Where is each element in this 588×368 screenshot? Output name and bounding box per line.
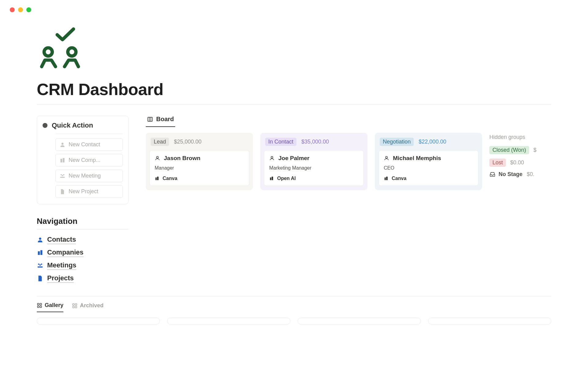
new-project-button[interactable]: New Project	[55, 185, 123, 198]
button-label: New Project	[69, 188, 98, 195]
nav-item-meetings[interactable]: Meetings	[37, 261, 129, 270]
svg-point-19	[156, 156, 158, 158]
svg-rect-32	[73, 304, 74, 305]
svg-point-13	[41, 263, 42, 265]
hidden-group-no-stage[interactable]: No Stage $0.	[489, 171, 551, 178]
svg-rect-10	[38, 251, 40, 255]
board-column-incontact: In Contact $35,000.00 Joe Palmer Marketi…	[260, 133, 368, 190]
board-columns: Lead $25,000.00 Jason Brown Manager	[146, 133, 551, 190]
nav-item-companies[interactable]: Companies	[37, 248, 129, 257]
hidden-group-closed-won[interactable]: Closed (Won) $	[489, 146, 551, 154]
gallery-card[interactable]	[298, 318, 421, 324]
divider	[37, 229, 129, 229]
card-company: Open AI	[277, 176, 296, 181]
new-company-button[interactable]: New Comp...	[55, 154, 123, 167]
tab-gallery[interactable]: Gallery	[37, 302, 63, 312]
window-controls	[0, 0, 588, 12]
nav-label: Projects	[47, 274, 74, 283]
svg-point-6	[63, 174, 64, 175]
button-label: New Meeting	[69, 173, 101, 179]
hidden-group-lost[interactable]: Lost $0.00	[489, 159, 551, 167]
stage-pill-incontact[interactable]: In Contact	[265, 138, 296, 146]
stage-label: No Stage	[499, 171, 522, 178]
svg-rect-33	[75, 304, 77, 305]
building-icon	[37, 249, 43, 256]
person-icon	[155, 155, 160, 161]
svg-rect-23	[270, 178, 271, 180]
svg-rect-35	[75, 306, 77, 308]
svg-rect-16	[148, 117, 153, 121]
window-zoom-icon[interactable]	[26, 7, 31, 12]
svg-point-25	[386, 156, 387, 158]
svg-rect-21	[157, 177, 159, 180]
svg-point-9	[39, 238, 41, 240]
svg-rect-4	[63, 158, 65, 162]
tab-archived[interactable]: Archived	[72, 302, 104, 312]
window-close-icon[interactable]	[10, 7, 15, 12]
svg-rect-27	[386, 177, 388, 180]
document-icon	[59, 189, 66, 195]
divider	[55, 134, 123, 134]
team-icon	[37, 262, 43, 269]
svg-point-0	[44, 48, 52, 56]
stage-amount: $25,000.00	[174, 139, 202, 145]
stage-amount: $0.	[527, 171, 534, 178]
svg-rect-26	[385, 178, 386, 180]
button-label: New Contact	[69, 141, 100, 148]
quick-action-panel: Quick Action New Contact New Com	[37, 116, 129, 204]
svg-rect-3	[60, 159, 62, 163]
svg-point-1	[68, 48, 76, 56]
person-icon	[59, 142, 66, 148]
svg-point-7	[62, 175, 63, 176]
team-icon	[59, 173, 66, 179]
page-hero-icon	[37, 26, 551, 76]
gallery-card[interactable]	[428, 318, 551, 324]
nav-item-contacts[interactable]: Contacts	[37, 236, 129, 244]
board-card[interactable]: Jason Brown Manager Canva	[149, 150, 249, 186]
stage-amount: $22,000.00	[419, 139, 446, 145]
card-company: Canva	[163, 176, 177, 181]
card-role: Marketing Manager	[269, 165, 359, 171]
svg-point-5	[61, 174, 62, 175]
stage-pill-negotiation[interactable]: Negotiation	[380, 138, 414, 146]
gallery-icon	[37, 303, 42, 308]
person-icon	[37, 236, 43, 243]
new-meeting-button[interactable]: New Meeting	[55, 170, 123, 182]
board-card[interactable]: Joe Palmer Marketing Manager Open AI	[264, 150, 364, 186]
card-role: CEO	[384, 165, 473, 171]
svg-point-14	[40, 264, 41, 266]
gallery-card[interactable]	[167, 318, 290, 324]
svg-point-2	[62, 143, 64, 145]
svg-rect-15	[38, 266, 43, 268]
svg-rect-11	[40, 250, 42, 255]
divider	[37, 104, 551, 105]
card-name: Joe Palmer	[278, 155, 309, 162]
tab-label: Archived	[80, 302, 104, 309]
building-icon	[384, 176, 389, 181]
stage-amount: $	[533, 147, 537, 153]
building-icon	[269, 176, 274, 181]
page-title: CRM Dashboard	[37, 80, 551, 99]
nav-label: Companies	[47, 248, 84, 257]
svg-rect-31	[40, 306, 42, 307]
svg-rect-24	[272, 177, 273, 180]
svg-rect-29	[40, 303, 42, 305]
tab-board[interactable]: Board	[146, 116, 175, 127]
inbox-icon	[489, 171, 496, 178]
gallery-row	[37, 318, 551, 324]
card-company: Canva	[392, 176, 406, 181]
document-icon	[37, 275, 43, 282]
svg-rect-20	[156, 178, 157, 180]
nav-label: Contacts	[47, 236, 76, 244]
stage-pill-lead[interactable]: Lead	[151, 138, 169, 146]
card-name: Michael Memphis	[393, 155, 441, 162]
board-card[interactable]: Michael Memphis CEO Canva	[379, 150, 478, 186]
svg-rect-8	[60, 177, 65, 178]
person-icon	[269, 155, 275, 161]
nav-item-projects[interactable]: Projects	[37, 274, 129, 283]
window-minimize-icon[interactable]	[18, 7, 23, 12]
new-contact-button[interactable]: New Contact	[55, 138, 123, 151]
card-name: Jason Brown	[164, 155, 200, 162]
gallery-card[interactable]	[37, 318, 160, 324]
svg-point-12	[38, 263, 40, 265]
